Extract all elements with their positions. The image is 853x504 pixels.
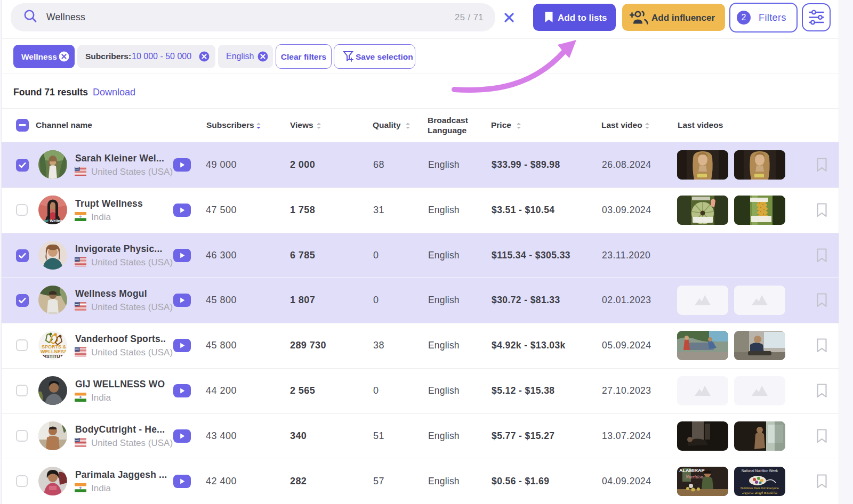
svg-text:ಎಲ್ಲರಿಗೂ ಪೌಷ್ಟಿಕ ಆಹಾರಗಳು: ಎಲ್ಲರಿಗೂ ಪೌಷ್ಟಿಕ ಆಹಾರಗಳು [742, 491, 778, 495]
svg-text:INSTITUTE: INSTITUTE [42, 354, 67, 359]
svg-text:Nutrition: Nutrition [685, 474, 704, 479]
svg-text:ALAMIRAP: ALAMIRAP [679, 468, 705, 473]
svg-text:Trupt Wellness: Trupt Wellness [38, 218, 67, 223]
svg-text:National Nutrition Week: National Nutrition Week [742, 469, 778, 473]
svg-text:Nutritious Diets For Everyone: Nutritious Diets For Everyone [741, 486, 779, 490]
